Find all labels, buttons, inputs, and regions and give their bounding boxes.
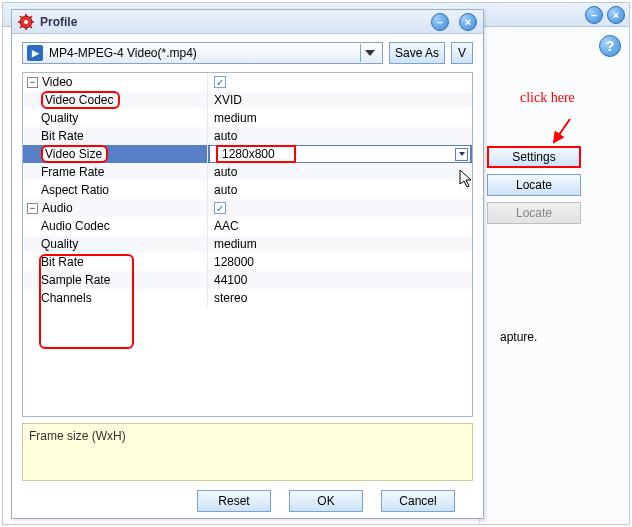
video-aspect-value: auto <box>208 181 472 199</box>
video-framerate-label: Frame Rate <box>23 163 208 181</box>
dialog-close-button[interactable]: × <box>459 13 477 31</box>
video-codec-value: XVID <box>208 91 472 109</box>
audio-group-header[interactable]: −Audio ✓ <box>23 199 472 217</box>
dialog-minimize-button[interactable]: – <box>431 13 449 31</box>
settings-button[interactable]: Settings <box>487 146 581 168</box>
svg-line-8 <box>30 16 32 18</box>
locate-button-disabled: Locate <box>487 202 581 224</box>
group-label: Audio <box>42 201 73 215</box>
help-icon[interactable]: ? <box>599 35 621 57</box>
main-close-button[interactable]: × <box>607 6 625 24</box>
ok-button[interactable]: OK <box>289 490 363 512</box>
audio-samplerate-label: Sample Rate <box>23 271 208 289</box>
row-video-codec[interactable]: Video Codec XVID <box>23 91 472 109</box>
svg-line-7 <box>30 26 32 28</box>
video-codec-label: Video Codec <box>41 91 120 109</box>
save-as-button[interactable]: Save As <box>389 42 445 64</box>
chevron-down-icon <box>360 44 378 62</box>
row-audio-bitrate[interactable]: Bit Rate 128000 <box>23 253 472 271</box>
reset-button[interactable]: Reset <box>197 490 271 512</box>
dialog-footer: Reset OK Cancel <box>12 490 483 512</box>
video-size-value: 1280x800 <box>216 145 296 163</box>
audio-samplerate-value: 44100 <box>208 271 472 289</box>
row-video-framerate[interactable]: Frame Rate auto <box>23 163 472 181</box>
row-video-aspect[interactable]: Aspect Ratio auto <box>23 181 472 199</box>
video-aspect-label: Aspect Ratio <box>23 181 208 199</box>
main-window: – × ? click here Settings Locate Locate … <box>2 2 630 525</box>
video-size-label: Video Size <box>41 145 108 163</box>
row-video-size-selected[interactable]: Video Size 1280x800 <box>23 145 472 163</box>
svg-line-9 <box>20 26 22 28</box>
audio-channels-value: stereo <box>208 289 472 307</box>
svg-line-6 <box>20 16 22 18</box>
locate-button[interactable]: Locate <box>487 174 581 196</box>
profile-dialog: Profile – × ▶ MP4-MPEG-4 Video(*.mp4) Sa… <box>11 9 484 519</box>
collapse-icon[interactable]: − <box>27 203 38 214</box>
cancel-button[interactable]: Cancel <box>381 490 455 512</box>
audio-quality-value: medium <box>208 235 472 253</box>
video-framerate-value: auto <box>208 163 472 181</box>
gear-icon <box>18 14 34 30</box>
text-fragment: apture. <box>500 330 537 344</box>
row-audio-channels[interactable]: Channels stereo <box>23 289 472 307</box>
profile-combo-value: MP4-MPEG-4 Video(*.mp4) <box>49 46 360 60</box>
row-video-bitrate[interactable]: Bit Rate auto <box>23 127 472 145</box>
collapse-icon[interactable]: − <box>27 77 38 88</box>
annotation-click-here: click here <box>520 90 575 106</box>
video-quality-value: medium <box>208 109 472 127</box>
video-bitrate-label: Bit Rate <box>23 127 208 145</box>
row-video-quality[interactable]: Quality medium <box>23 109 472 127</box>
video-enable-checkbox[interactable]: ✓ <box>214 76 226 88</box>
right-panel: ? click here Settings Locate Locate aptu… <box>479 27 629 524</box>
profile-combo[interactable]: ▶ MP4-MPEG-4 Video(*.mp4) <box>22 42 383 64</box>
audio-channels-label: Channels <box>23 289 208 307</box>
group-label: Video <box>42 75 72 89</box>
audio-bitrate-label: Bit Rate <box>23 253 208 271</box>
row-audio-samplerate[interactable]: Sample Rate 44100 <box>23 271 472 289</box>
video-file-icon: ▶ <box>27 45 43 61</box>
annotation-arrow-icon <box>548 117 578 147</box>
audio-enable-checkbox[interactable]: ✓ <box>214 202 226 214</box>
v-button[interactable]: V <box>451 42 473 64</box>
row-audio-codec[interactable]: Audio Codec AAC <box>23 217 472 235</box>
audio-bitrate-value: 128000 <box>208 253 472 271</box>
svg-point-1 <box>24 20 28 24</box>
audio-quality-label: Quality <box>23 235 208 253</box>
audio-codec-value: AAC <box>208 217 472 235</box>
video-group-header[interactable]: −Video ✓ <box>23 73 472 91</box>
settings-grid: −Video ✓ Video Codec XVID Quality medium… <box>22 72 473 417</box>
audio-codec-label: Audio Codec <box>23 217 208 235</box>
video-quality-label: Quality <box>23 109 208 127</box>
dialog-titlebar[interactable]: Profile – × <box>12 10 483 34</box>
main-minimize-button[interactable]: – <box>585 6 603 24</box>
hint-panel: Frame size (WxH) <box>22 423 473 481</box>
video-bitrate-value: auto <box>208 127 472 145</box>
dialog-title: Profile <box>40 15 77 29</box>
row-audio-quality[interactable]: Quality medium <box>23 235 472 253</box>
video-size-dropdown-icon[interactable] <box>455 148 468 161</box>
